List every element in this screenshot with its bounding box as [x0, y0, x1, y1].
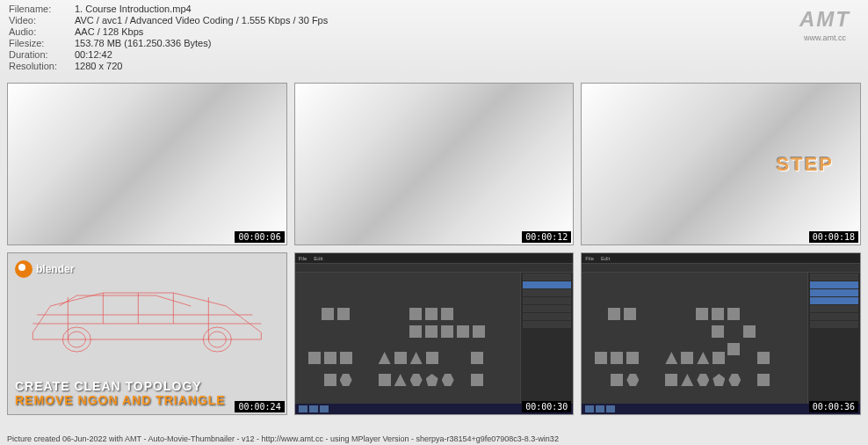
audio-value: AAC / 128 Kbps — [75, 26, 143, 37]
sidebar-item — [810, 289, 858, 296]
menu-item: File — [299, 256, 307, 261]
blender-menubar: File Edit — [582, 253, 860, 264]
car-title-2: REMOVE NGON AND TRIANGLE — [15, 393, 279, 407]
thumbnail-6: File Edit — [581, 252, 861, 415]
blender-sidebar — [520, 273, 573, 404]
filename-label: Filename: — [9, 4, 75, 14]
taskbar-icon — [309, 405, 318, 412]
timestamp-3: 00:00:18 — [809, 231, 858, 243]
logo-url: www.amt.cc — [799, 33, 850, 42]
car-title-1: CREATE CLEAN TOPOLOGY — [15, 379, 279, 393]
timestamp-5: 00:00:30 — [522, 401, 571, 412]
sidebar-item — [810, 305, 858, 312]
blender-menubar: File Edit — [295, 253, 574, 264]
taskbar-icon — [320, 405, 329, 412]
step-overlay: STEP — [777, 153, 834, 176]
audio-label: Audio: — [9, 26, 75, 37]
taskbar-icon — [299, 405, 307, 412]
blender-toolbar — [295, 264, 574, 273]
car-wireframe — [12, 271, 282, 359]
sidebar-item — [523, 281, 571, 288]
duration-label: Duration: — [9, 49, 75, 60]
menu-item: File — [585, 256, 594, 261]
metadata-header: Filename: 1. Course Introduction.mp4 Vid… — [0, 0, 868, 76]
filesize-value: 153.78 MB (161.250.336 Bytes) — [75, 38, 211, 48]
sidebar-item — [810, 297, 858, 304]
timestamp-1: 00:00:06 — [235, 231, 284, 243]
sidebar-item — [523, 274, 571, 281]
filesize-label: Filesize: — [9, 38, 75, 48]
sidebar-item — [810, 274, 858, 281]
taskbar-icon — [606, 405, 615, 412]
thumbnail-4: blender — [7, 252, 287, 415]
sidebar-item — [523, 313, 571, 320]
thumbnail-5: File Edit — [294, 252, 575, 415]
thumbnail-2: 00:00:12 — [294, 83, 575, 245]
blender-viewport — [582, 273, 807, 404]
blender-viewport — [295, 273, 521, 404]
sidebar-item — [810, 281, 858, 288]
video-value: AVC / avc1 / Advanced Video Coding / 1.5… — [75, 15, 328, 26]
menu-item: Edit — [601, 256, 610, 261]
filename-value: 1. Course Introduction.mp4 — [75, 4, 192, 14]
resolution-value: 1280 x 720 — [75, 61, 122, 71]
amt-logo: AMT www.amt.cc — [799, 7, 850, 42]
duration-value: 00:12:42 — [75, 49, 112, 60]
thumbnail-3: STEP 00:00:18 — [581, 83, 861, 245]
sidebar-item — [523, 305, 571, 312]
sidebar-item — [810, 321, 858, 328]
video-label: Video: — [9, 15, 75, 26]
blender-toolbar — [582, 264, 860, 273]
timestamp-6: 00:00:36 — [809, 401, 858, 412]
sidebar-item — [523, 289, 571, 296]
logo-text: AMT — [799, 7, 850, 32]
menu-item: Edit — [314, 256, 322, 261]
sidebar-item — [523, 297, 571, 304]
thumbnail-grid: 00:00:06 00:00:12 STEP 00:00:18 blender — [0, 76, 868, 422]
blender-sidebar — [807, 273, 860, 404]
sidebar-item — [810, 313, 858, 320]
sidebar-item — [523, 321, 571, 328]
timestamp-2: 00:00:12 — [522, 231, 571, 243]
taskbar-icon — [585, 405, 594, 412]
taskbar-icon — [596, 405, 604, 412]
footer-credit: Picture created 06-Jun-2022 with AMT - A… — [0, 433, 868, 445]
resolution-label: Resolution: — [9, 61, 75, 71]
thumbnail-1: 00:00:06 — [7, 83, 287, 245]
